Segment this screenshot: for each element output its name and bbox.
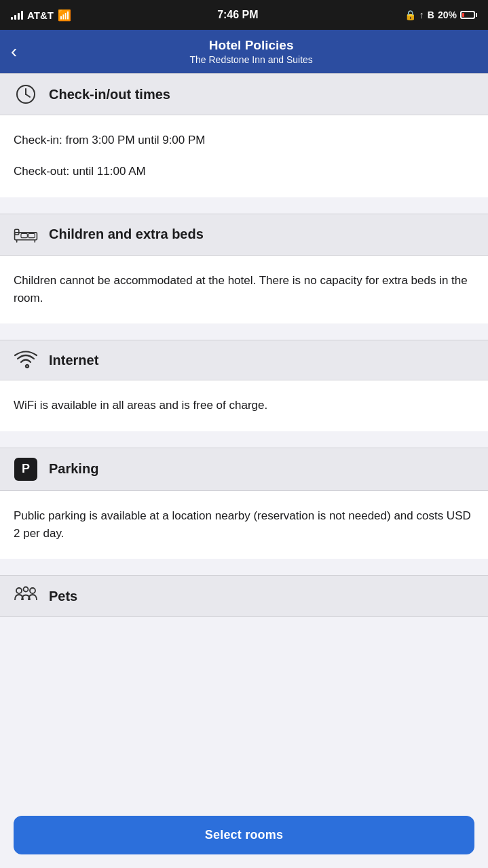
parking-section: P Parking Public parking is available at… [0,448,488,559]
pets-title: Pets [49,589,77,604]
checkin-body: Check-in: from 3:00 PM until 9:00 PM Che… [0,115,488,197]
select-rooms-button[interactable]: Select rooms [14,816,474,854]
parking-icon: P [14,458,38,481]
nav-header: ‹ Hotel Policies The Redstone Inn and Su… [0,30,488,73]
svg-point-9 [16,588,22,593]
status-time: 7:46 PM [217,9,258,21]
children-title: Children and extra beds [49,226,204,242]
content-area: Check-in/out times Check-in: from 3:00 P… [0,73,488,868]
parking-body: Public parking is available at a locatio… [0,491,488,559]
pets-header: Pets [0,575,488,617]
svg-line-2 [26,94,30,97]
svg-point-11 [24,587,29,592]
clock-icon [14,83,38,105]
divider-3 [0,431,488,448]
svg-point-10 [30,588,35,593]
children-body: Children cannot be accommodated at the h… [0,256,488,324]
svg-rect-5 [21,233,27,237]
parking-text: Public parking is available at a locatio… [14,507,474,543]
status-bar: AT&T 📶 7:46 PM 🔒 ↑ B 20% [0,0,488,30]
children-text: Children cannot be accommodated at the h… [14,272,474,308]
location-icon: ↑ [419,9,424,20]
bottom-bar: Select rooms [0,808,488,868]
internet-header: Internet [0,340,488,380]
checkin-section: Check-in/out times Check-in: from 3:00 P… [0,73,488,197]
pets-icon [14,585,38,607]
nav-titles: Hotel Policies The Redstone Inn and Suit… [25,38,477,65]
status-right: 🔒 ↑ B 20% [405,9,477,20]
divider-2 [0,323,488,340]
wifi-status-icon: 📶 [58,9,71,22]
bed-icon [14,224,38,245]
battery-percent: 20% [438,9,457,20]
children-section: Children and extra beds Children cannot … [0,214,488,324]
checkin-header: Check-in/out times [0,73,488,115]
status-carrier: AT&T 📶 [11,9,71,22]
checkin-title: Check-in/out times [49,87,170,102]
internet-body: WiFi is available in all areas and is fr… [0,380,488,431]
internet-text: WiFi is available in all areas and is fr… [14,397,474,414]
lock-icon: 🔒 [405,9,416,20]
internet-section: Internet WiFi is available in all areas … [0,340,488,431]
back-button[interactable]: ‹ [11,42,17,61]
page-title: Hotel Policies [209,38,294,53]
signal-icon [11,10,23,20]
parking-badge: P [14,458,37,481]
children-header: Children and extra beds [0,214,488,256]
checkout-text: Check-out: until 11:00 AM [14,163,474,180]
internet-title: Internet [49,353,98,368]
hotel-name: The Redstone Inn and Suites [189,54,312,65]
wifi-icon [14,350,38,370]
parking-title: Parking [49,461,98,477]
divider-4 [0,559,488,575]
parking-header: P Parking [0,448,488,491]
checkin-text: Check-in: from 3:00 PM until 9:00 PM [14,132,474,149]
battery-icon [460,11,477,19]
pets-section: Pets [0,575,488,629]
divider-1 [0,197,488,214]
svg-rect-6 [29,233,35,237]
bluetooth-icon: B [428,9,434,20]
